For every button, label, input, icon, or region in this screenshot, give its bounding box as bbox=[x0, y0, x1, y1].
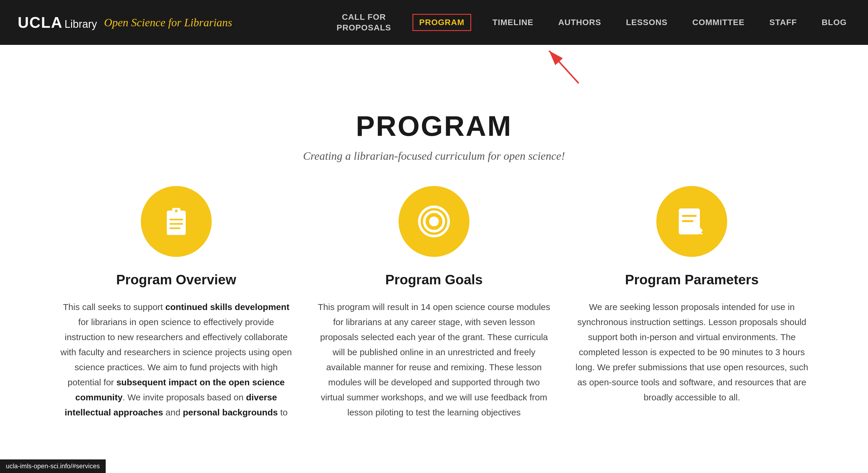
edit-icon bbox=[676, 205, 708, 238]
svg-point-7 bbox=[175, 210, 178, 212]
navbar-brand: UCLA Library Open Science for Librarians bbox=[18, 13, 232, 31]
navbar-nav: CALL FOR PROPOSALS PROGRAM TIMELINE AUTH… bbox=[333, 9, 850, 36]
overview-icon-circle bbox=[141, 186, 212, 257]
arrow-annotation bbox=[0, 45, 868, 86]
navbar: UCLA Library Open Science for Librarians… bbox=[0, 0, 868, 45]
overview-text: This call seeks to support continued ski… bbox=[59, 299, 293, 420]
brand-ucla: UCLA bbox=[18, 13, 63, 31]
page-title: PROGRAM bbox=[59, 110, 809, 142]
svg-rect-12 bbox=[682, 215, 697, 217]
svg-rect-6 bbox=[169, 227, 180, 229]
goals-icon-circle bbox=[399, 186, 469, 257]
brand-library: Library bbox=[64, 18, 97, 30]
program-overview-column: Program Overview This call seeks to supp… bbox=[59, 186, 293, 420]
nav-item-lessons[interactable]: LESSONS bbox=[622, 15, 671, 30]
main-content: PROGRAM Creating a librarian-focused cur… bbox=[0, 86, 868, 443]
annotation-arrow bbox=[514, 45, 602, 86]
svg-rect-5 bbox=[169, 223, 183, 225]
goals-text: This program will result in 14 open scie… bbox=[317, 299, 551, 420]
svg-rect-2 bbox=[167, 211, 186, 235]
parameters-text: We are seeking lesson proposals intended… bbox=[575, 299, 809, 405]
page-header: PROGRAM Creating a librarian-focused cur… bbox=[59, 110, 809, 162]
nav-item-staff[interactable]: STAFF bbox=[766, 15, 800, 30]
nav-item-blog[interactable]: BLOG bbox=[818, 15, 850, 30]
svg-line-1 bbox=[549, 51, 579, 83]
svg-rect-4 bbox=[169, 219, 183, 221]
page-subtitle: Creating a librarian-focused curriculum … bbox=[59, 149, 809, 162]
parameters-title: Program Parameters bbox=[625, 272, 759, 288]
parameters-icon-circle bbox=[656, 186, 727, 257]
nav-item-call-for-proposals[interactable]: CALL FOR PROPOSALS bbox=[333, 9, 395, 36]
nav-item-program[interactable]: PROGRAM bbox=[412, 14, 471, 31]
status-bar: ucla-imls-open-sci.info/#services bbox=[0, 460, 106, 473]
nav-item-authors[interactable]: AUTHORS bbox=[555, 15, 604, 30]
program-goals-column: Program Goals This program will result i… bbox=[317, 186, 551, 420]
nav-item-timeline[interactable]: TIMELINE bbox=[489, 15, 537, 30]
overview-title: Program Overview bbox=[116, 272, 236, 288]
program-parameters-column: Program Parameters We are seeking lesson… bbox=[575, 186, 809, 420]
svg-rect-13 bbox=[682, 220, 693, 222]
svg-point-10 bbox=[429, 217, 439, 226]
goals-title: Program Goals bbox=[385, 272, 483, 288]
three-columns: Program Overview This call seeks to supp… bbox=[59, 186, 809, 420]
brand-logo: UCLA Library bbox=[18, 13, 97, 31]
brand-tagline: Open Science for Librarians bbox=[104, 16, 232, 29]
nav-item-committee[interactable]: COMMITTEE bbox=[689, 15, 748, 30]
status-url: ucla-imls-open-sci.info/#services bbox=[6, 462, 100, 470]
target-icon bbox=[418, 205, 450, 238]
clipboard-icon bbox=[160, 205, 192, 238]
